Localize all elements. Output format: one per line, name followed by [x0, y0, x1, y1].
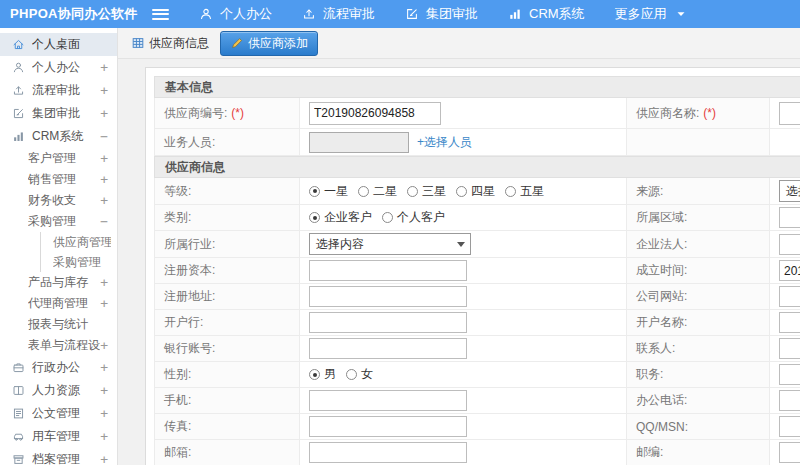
text-input[interactable] [779, 364, 800, 385]
sidebar-item-行政办公[interactable]: 行政办公+ [0, 356, 117, 379]
text-input[interactable] [309, 102, 441, 125]
radio-icon [382, 212, 393, 223]
select-input[interactable]: 选择内容 [309, 233, 471, 255]
form-row: 开户行:开户名称: [155, 310, 800, 336]
text-input[interactable] [779, 442, 800, 463]
text-input[interactable] [309, 312, 467, 333]
radio-icon [407, 186, 418, 197]
expander-icon[interactable]: + [100, 275, 108, 290]
sidebar-item-集团审批[interactable]: 集团审批+ [0, 102, 117, 125]
text-input[interactable] [779, 234, 800, 255]
text-input[interactable] [309, 260, 467, 281]
tab-supplier-info[interactable]: 供应商信息 [131, 35, 209, 52]
label-text: 成立时间: [636, 262, 687, 279]
select-input[interactable]: 选择内容 [779, 180, 800, 202]
nav-item-个人办公[interactable]: 个人办公 [199, 5, 272, 23]
expander-icon[interactable]: + [100, 383, 108, 398]
text-input[interactable] [779, 286, 800, 307]
sidebar-item-客户管理[interactable]: 客户管理+ [0, 148, 117, 169]
radio-label: 一星 [324, 183, 348, 200]
expander-icon[interactable]: + [100, 338, 108, 353]
expander-icon[interactable]: + [100, 452, 108, 465]
text-input[interactable] [779, 390, 800, 411]
edit-icon [405, 7, 419, 21]
expander-icon[interactable]: + [100, 151, 108, 166]
radio-option-五星[interactable]: 五星 [505, 183, 544, 200]
text-input[interactable] [779, 102, 800, 125]
nav-item-更多应用[interactable]: 更多应用 [615, 5, 688, 23]
sidebar-item-label: 产品与库存 [28, 274, 100, 291]
label-text: 来源: [636, 183, 663, 200]
expander-icon[interactable]: − [100, 214, 108, 229]
form-row: 类别:企业客户个人客户所属区域: [155, 205, 800, 231]
radio-option-一星[interactable]: 一星 [309, 183, 348, 200]
radio-option-企业客户[interactable]: 企业客户 [309, 209, 372, 226]
sidebar-item-采购管理[interactable]: 采购管理 [40, 252, 117, 272]
text-input[interactable] [779, 312, 800, 333]
field-label: 办公电话: [627, 388, 770, 413]
label-text: 类别: [164, 209, 191, 226]
radio-option-女[interactable]: 女 [346, 366, 373, 383]
expander-icon[interactable]: − [100, 129, 108, 144]
text-input[interactable] [779, 338, 800, 359]
text-input[interactable] [309, 390, 467, 411]
nav-item-CRM系统[interactable]: CRM系统 [508, 5, 585, 23]
text-input[interactable] [779, 416, 800, 437]
sidebar-item-label: 用车管理 [32, 428, 100, 445]
sidebar-item-代理商管理[interactable]: 代理商管理+ [0, 293, 117, 314]
sidebar-item-CRM系统[interactable]: CRM系统− [0, 125, 117, 148]
tab-supplier-add[interactable]: 供应商添加 [220, 31, 318, 56]
menu-icon[interactable] [152, 9, 169, 20]
sidebar-item-采购管理[interactable]: 采购管理− [0, 211, 117, 232]
text-input[interactable] [309, 286, 467, 307]
car-icon [12, 430, 25, 443]
sidebar-item-个人桌面[interactable]: 个人桌面 [0, 33, 117, 56]
sidebar-item-档案管理[interactable]: 档案管理+ [0, 448, 117, 465]
sidebar-item-供应商管理[interactable]: 供应商管理 [40, 232, 117, 252]
radio-option-二星[interactable]: 二星 [358, 183, 397, 200]
radio-option-个人客户[interactable]: 个人客户 [382, 209, 445, 226]
sidebar-item-销售管理[interactable]: 销售管理+ [0, 169, 117, 190]
sidebar-item-label: 人力资源 [32, 382, 100, 399]
field-control [770, 336, 800, 361]
select-person-link[interactable]: +选择人员 [417, 134, 472, 151]
text-input[interactable] [309, 132, 409, 153]
field-label: 等级: [155, 178, 300, 204]
radio-label: 个人客户 [397, 209, 445, 226]
text-input[interactable] [779, 260, 800, 281]
radio-option-四星[interactable]: 四星 [456, 183, 495, 200]
sidebar-item-人力资源[interactable]: 人力资源+ [0, 379, 117, 402]
expander-icon[interactable]: + [100, 106, 108, 121]
expander-icon[interactable]: + [100, 406, 108, 421]
expander-icon[interactable]: + [100, 83, 108, 98]
radio-option-男[interactable]: 男 [309, 366, 336, 383]
field-label: 注册地址: [155, 284, 300, 309]
nav-item-集团审批[interactable]: 集团审批 [405, 5, 478, 23]
text-input[interactable] [309, 416, 467, 437]
sidebar-item-label: 个人桌面 [32, 36, 108, 53]
sidebar-item-产品与库存[interactable]: 产品与库存+ [0, 272, 117, 293]
expander-icon[interactable]: + [100, 429, 108, 444]
text-input[interactable] [779, 207, 800, 228]
sidebar-item-报表与统计[interactable]: 报表与统计 [0, 314, 117, 335]
sidebar-item-财务收支[interactable]: 财务收支+ [0, 190, 117, 211]
expander-icon[interactable]: + [100, 172, 108, 187]
radio-icon [309, 369, 320, 380]
text-input[interactable] [309, 338, 467, 359]
expander-icon[interactable]: + [100, 296, 108, 311]
sidebar-item-表单与流程设置[interactable]: 表单与流程设置+ [0, 335, 117, 356]
radio-option-三星[interactable]: 三星 [407, 183, 446, 200]
expander-icon[interactable]: + [100, 193, 108, 208]
nav-item-流程审批[interactable]: 流程审批 [302, 5, 375, 23]
label-text: 所属区域: [636, 209, 687, 226]
sidebar-item-公文管理[interactable]: 公文管理+ [0, 402, 117, 425]
sidebar-item-用车管理[interactable]: 用车管理+ [0, 425, 117, 448]
sidebar-item-个人办公[interactable]: 个人办公+ [0, 56, 117, 79]
sidebar-item-流程审批[interactable]: 流程审批+ [0, 79, 117, 102]
label-text: 开户行: [164, 314, 203, 331]
expander-icon[interactable]: + [100, 360, 108, 375]
label-text: 等级: [164, 183, 191, 200]
text-input[interactable] [309, 442, 467, 463]
expander-icon[interactable]: + [100, 60, 108, 75]
field-label: QQ/MSN: [627, 414, 770, 439]
